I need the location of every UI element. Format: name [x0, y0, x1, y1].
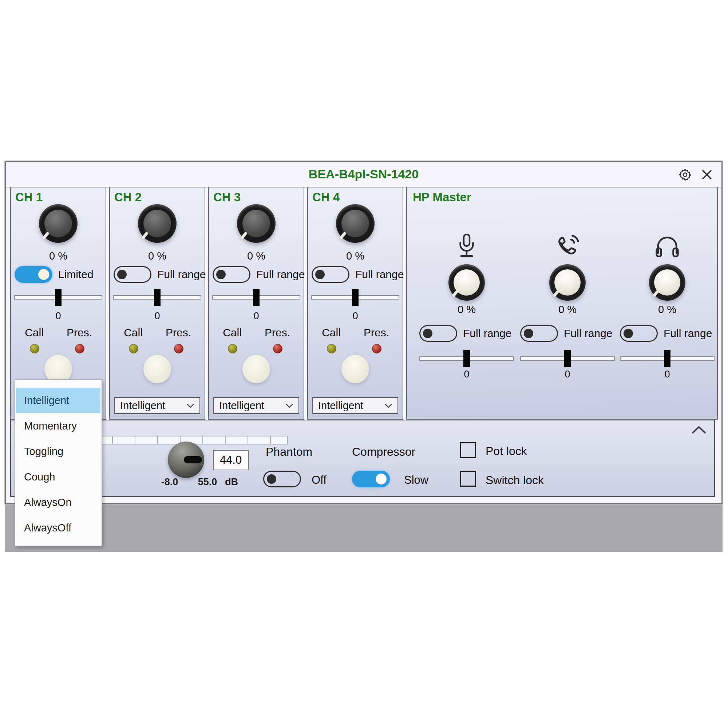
call-led — [129, 344, 138, 353]
toggle-knob — [624, 329, 633, 338]
gain-knob[interactable] — [168, 442, 204, 478]
knob-value: 0 % — [419, 304, 514, 316]
dropdown-item[interactable]: Cough — [16, 464, 101, 489]
settings-button[interactable] — [677, 167, 693, 183]
dropdown-item[interactable]: Momentary — [16, 413, 101, 439]
slider-thumb[interactable] — [55, 289, 61, 306]
compressor-label: Compressor — [352, 445, 415, 459]
gain-unit-label: dB — [217, 476, 246, 488]
range-toggle[interactable] — [620, 325, 658, 342]
channel-push-button[interactable] — [341, 355, 369, 383]
presence-led — [273, 344, 283, 353]
toggle-knob — [524, 329, 533, 338]
hp-mic-knob[interactable] — [448, 264, 485, 301]
trim-slider[interactable] — [311, 295, 399, 300]
mode-select[interactable]: Intelligent — [213, 397, 299, 414]
trim-slider[interactable] — [520, 356, 615, 361]
range-toggle-label: Limited — [58, 268, 93, 281]
dropdown-item[interactable]: AlwaysOff — [16, 515, 101, 541]
channel-strip-4: CH 4 0 % Full range 0 Call Pres. Intelli… — [307, 187, 403, 420]
channel-gain-knob[interactable] — [138, 204, 177, 243]
hp-mic-column: 0 % Full range 0 — [419, 229, 514, 380]
channel-push-button[interactable] — [242, 355, 270, 383]
microphone-icon — [419, 229, 514, 263]
dropdown-item[interactable]: Intelligent — [16, 388, 101, 413]
range-toggle-label: Full range — [664, 327, 712, 340]
toggle-knob — [38, 269, 49, 280]
headphones-icon — [620, 229, 714, 263]
range-toggle[interactable] — [113, 266, 151, 283]
compressor-toggle[interactable] — [352, 471, 390, 487]
slider-thumb[interactable] — [564, 350, 571, 367]
presence-label: Pres. — [166, 327, 191, 339]
dropdown-item[interactable]: Toggling — [16, 439, 101, 464]
trim-slider[interactable] — [14, 295, 102, 300]
knob-indicator — [141, 231, 148, 240]
desktop-backdrop — [5, 504, 723, 552]
slider-thumb[interactable] — [664, 350, 670, 367]
toggle-knob — [117, 270, 127, 279]
hp-call-knob[interactable] — [549, 264, 586, 301]
trim-slider[interactable] — [620, 356, 714, 361]
hp-master-label: HP Master — [413, 190, 471, 204]
slider-value: 0 — [209, 310, 304, 322]
mode-select-value: Intelligent — [219, 400, 264, 412]
channels-row: CH 1 0 % Limited 0 Call Pres. Intelligen… — [10, 187, 718, 420]
presence-label: Pres. — [67, 327, 92, 339]
channel-strip-3: CH 3 0 % Full range 0 Call Pres. Intelli… — [208, 187, 304, 420]
channel-gain-knob[interactable] — [336, 204, 375, 243]
channel-gain-knob[interactable] — [237, 204, 275, 243]
range-toggle-label: Full range — [564, 327, 612, 340]
knob-indicator — [552, 289, 560, 297]
switch-lock-checkbox[interactable] — [460, 471, 476, 487]
app-window: BEA-B4pl-SN-1420 CH 1 — [5, 161, 723, 504]
knob-indicator — [240, 231, 248, 240]
gain-value-input[interactable] — [213, 450, 249, 470]
phantom-toggle[interactable] — [263, 471, 301, 487]
range-toggle[interactable] — [520, 325, 558, 342]
call-label: Call — [223, 327, 242, 339]
phone-call-icon — [520, 229, 615, 263]
knob-indicator — [42, 231, 49, 240]
knob-indicator — [452, 289, 459, 297]
close-button[interactable] — [699, 167, 715, 183]
trim-slider[interactable] — [113, 295, 201, 300]
mode-select[interactable]: Intelligent — [312, 397, 398, 414]
knob-value: 0 % — [520, 304, 615, 316]
knob-value: 0 % — [110, 250, 205, 262]
presence-led — [174, 344, 184, 353]
mode-dropdown-list[interactable]: Intelligent Momentary Toggling Cough Alw… — [15, 379, 102, 546]
collapse-panel-button[interactable] — [691, 425, 706, 435]
chevron-down-icon — [187, 403, 194, 408]
pot-lock-checkbox[interactable] — [460, 442, 476, 458]
knob-value: 0 % — [11, 250, 106, 262]
trim-slider[interactable] — [419, 356, 514, 361]
slider-thumb[interactable] — [352, 289, 359, 306]
range-toggle[interactable] — [312, 266, 349, 283]
dropdown-item[interactable]: AlwaysOn — [16, 489, 101, 515]
knob-indicator — [339, 231, 347, 240]
chevron-down-icon — [384, 403, 392, 408]
mode-select[interactable]: Intelligent — [114, 397, 200, 414]
slider-thumb[interactable] — [154, 289, 161, 306]
call-led — [30, 344, 39, 353]
toggle-knob — [315, 270, 325, 279]
hp-master-panel: HP Master 0 % Full ran — [406, 187, 718, 420]
channel-gain-knob[interactable] — [39, 204, 78, 243]
presence-label: Pres. — [265, 327, 290, 339]
slider-thumb[interactable] — [253, 289, 260, 306]
range-toggle[interactable] — [15, 266, 52, 283]
trim-slider[interactable] — [212, 295, 300, 300]
slider-value: 0 — [110, 310, 205, 322]
channel-push-button[interactable] — [144, 355, 171, 383]
range-toggle[interactable] — [213, 266, 251, 283]
hp-headphones-knob[interactable] — [649, 264, 685, 301]
range-toggle-label: Full range — [256, 268, 305, 281]
bottom-settings-panel: -8.0 55.0 dB Phantom Off Compressor Slow… — [10, 420, 715, 497]
toggle-knob — [267, 474, 276, 484]
phantom-label: Phantom — [266, 445, 312, 459]
range-toggle[interactable] — [419, 325, 457, 342]
slider-value: 0 — [308, 310, 402, 322]
slider-thumb[interactable] — [463, 350, 470, 367]
window-title: BEA-B4pl-SN-1420 — [6, 162, 722, 186]
